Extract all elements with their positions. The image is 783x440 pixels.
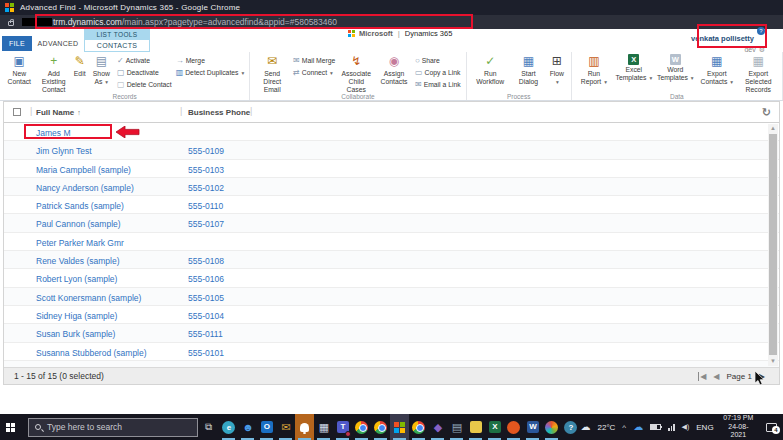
url-path[interactable]: /main.aspx?pagetype=advancedfind&appid=#… [122, 17, 337, 27]
onedrive-icon[interactable]: ☁ [633, 422, 643, 432]
windows-account-icon[interactable] [390, 414, 409, 440]
taskbar-clock[interactable]: 07:19 PM 24-08-2021 [721, 414, 756, 440]
weather-temperature[interactable]: 22°C [597, 423, 615, 432]
new-contact-button[interactable]: ▣New Contact [3, 53, 36, 87]
scrollbar-thumb[interactable] [769, 134, 777, 355]
business-phone-link[interactable]: 555-0103 [188, 165, 224, 175]
contact-name-link[interactable]: Rene Valdes (sample) [36, 256, 119, 266]
action-center-icon[interactable]: 4 [766, 423, 777, 432]
excel-templates-button[interactable]: XExcel Templates ▾ [613, 53, 654, 83]
start-dialog-button[interactable]: ▦Start Dialog [511, 53, 546, 87]
teams-icon[interactable]: T [333, 414, 352, 440]
run-report-button[interactable]: ▥Run Report ▾ [575, 53, 613, 87]
help-icon[interactable]: ? [757, 27, 765, 35]
sticky-notes-icon[interactable] [466, 414, 485, 440]
scroll-down-icon[interactable]: ▼ [768, 357, 778, 366]
table-row[interactable]: Paul Cannon (sample)555-0107 [4, 214, 779, 232]
contact-name-link[interactable]: Maria Campbell (sample) [36, 165, 131, 175]
table-row[interactable]: Peter Parker Mark Gmr [4, 233, 779, 251]
business-phone-link[interactable]: 555-0110 [188, 201, 223, 211]
user-name[interactable]: venkata pollisetty [691, 34, 754, 43]
activate-button[interactable]: ✓Activate [115, 55, 174, 66]
merge-button[interactable]: →Merge [174, 55, 247, 66]
tray-chevron-up-icon[interactable]: ^ [622, 423, 626, 432]
tab-contacts[interactable]: CONTACTS [84, 40, 150, 52]
chrome-icon-2[interactable] [371, 414, 390, 440]
contact-name-link[interactable]: Jim Glynn Test [36, 146, 92, 156]
tab-advanced-find[interactable]: ADVANCED FIND [32, 36, 84, 51]
detect-duplicates-button[interactable]: ▥Detect Duplicates▾ [174, 67, 247, 78]
table-row[interactable]: Nancy Anderson (sample)555-0102 [4, 178, 779, 196]
table-row[interactable]: Susan Burk (sample)555-0111 [4, 324, 779, 342]
user-menu[interactable]: venkata pollisetty? dev⚙ [691, 27, 765, 54]
table-row[interactable]: Robert Lyon (sample)555-0106 [4, 269, 779, 287]
deactivate-button[interactable]: ▢Deactivate [115, 67, 174, 78]
show-as-button[interactable]: ▤Show As ▾ [88, 53, 116, 87]
weather-cloud-icon[interactable]: ☁ [580, 422, 590, 432]
delete-contact-button[interactable]: ▢Delete Contact [115, 79, 174, 90]
column-header-business-phone[interactable]: Business Phone [188, 108, 250, 117]
contact-name-link[interactable]: Patrick Sands (sample) [36, 201, 124, 211]
previous-page-icon[interactable]: ◀ [713, 372, 719, 381]
contact-name-link[interactable]: Susan Burk (sample) [36, 329, 115, 339]
battery-icon[interactable] [650, 424, 661, 430]
first-page-icon[interactable]: ◀ [698, 372, 706, 381]
contact-name-link[interactable]: Susanna Stubberod (sample) [36, 348, 147, 358]
network-icon[interactable] [668, 423, 675, 431]
chrome-icon[interactable] [352, 414, 371, 440]
speaker-icon[interactable]: ◀) [682, 423, 690, 431]
taskbar-search-input[interactable]: Type here to search [28, 418, 198, 437]
business-phone-link[interactable]: 555-0106 [188, 274, 224, 284]
mail-icon[interactable]: ✉ [276, 414, 295, 440]
scroll-up-icon[interactable]: ▲ [768, 124, 778, 133]
edit-button[interactable]: ✎Edit [72, 53, 88, 79]
url-host[interactable]: trm.dynamics.com [53, 17, 122, 27]
export-selected-records-button[interactable]: ▦Export Selected Records [738, 53, 779, 94]
table-row[interactable]: Maria Campbell (sample)555-0103 [4, 160, 779, 178]
contact-name-link[interactable]: Sidney Higa (sample) [36, 311, 117, 321]
help-icon[interactable]: ? [561, 414, 580, 440]
word-icon[interactable]: W [523, 414, 542, 440]
people-icon[interactable]: ☻ [238, 414, 257, 440]
notification-bell-icon[interactable] [295, 414, 314, 440]
business-phone-link[interactable]: 555-0101 [188, 348, 224, 358]
share-button[interactable]: ○Share [413, 55, 463, 66]
word-templates-button[interactable]: WWord Templates ▾ [655, 53, 696, 83]
contact-name-link[interactable]: Nancy Anderson (sample) [36, 183, 134, 193]
lock-icon[interactable] [8, 21, 14, 26]
table-row[interactable]: James M [4, 123, 779, 141]
vertical-scrollbar[interactable]: ▲ ▼ [768, 124, 778, 366]
language-indicator[interactable]: ENG [696, 423, 713, 432]
send-direct-email-button[interactable]: ✉Send Direct Email [253, 53, 291, 94]
business-phone-link[interactable]: 555-0111 [188, 329, 223, 339]
table-row[interactable]: Rene Valdes (sample)555-0108 [4, 251, 779, 269]
select-all-checkbox[interactable] [13, 108, 21, 116]
table-row[interactable]: Susanna Stubberod (sample)555-0101 [4, 343, 779, 361]
task-view-button[interactable]: ⧉ [198, 421, 220, 433]
business-phone-link[interactable]: 555-0102 [188, 183, 224, 193]
table-row[interactable]: Sidney Higa (sample)555-0104 [4, 306, 779, 324]
connect-button[interactable]: ⇄Connect▾ [291, 67, 337, 78]
excel-icon[interactable]: X [485, 414, 504, 440]
browser-address-bar[interactable]: trm.dynamics.com /main.aspx?pagetype=adv… [0, 15, 783, 29]
contact-name-link[interactable]: Scott Konersmann (sample) [36, 293, 141, 303]
browser-title-bar[interactable]: Advanced Find - Microsoft Dynamics 365 -… [0, 0, 783, 15]
contact-name-link[interactable]: Peter Parker Mark Gmr [36, 238, 124, 248]
tab-file[interactable]: FILE [2, 36, 32, 51]
contact-name-link[interactable]: Paul Cannon (sample) [36, 219, 121, 229]
table-row[interactable]: Patrick Sands (sample)555-0110 [4, 196, 779, 214]
chrome-icon-3[interactable] [409, 414, 428, 440]
business-phone-link[interactable]: 555-0108 [188, 256, 224, 266]
associate-child-cases-button[interactable]: ↯Associate Child Cases [337, 53, 375, 94]
start-button[interactable] [0, 414, 28, 440]
business-phone-link[interactable]: 555-0109 [188, 146, 224, 156]
edge-icon[interactable]: e [219, 414, 238, 440]
flow-button[interactable]: ⊞Flow ▾ [546, 53, 568, 87]
refresh-icon[interactable]: ↻ [762, 106, 771, 119]
visual-studio-icon[interactable]: ◆ [428, 414, 447, 440]
contact-name-link[interactable]: Robert Lyon (sample) [36, 274, 117, 284]
photos-icon[interactable] [542, 414, 561, 440]
table-row[interactable]: Jim Glynn Test555-0109 [4, 141, 779, 159]
export-contacts-button[interactable]: ▦Export Contacts ▾ [696, 53, 737, 87]
column-header-full-name[interactable]: Full Name↑ [36, 108, 81, 117]
